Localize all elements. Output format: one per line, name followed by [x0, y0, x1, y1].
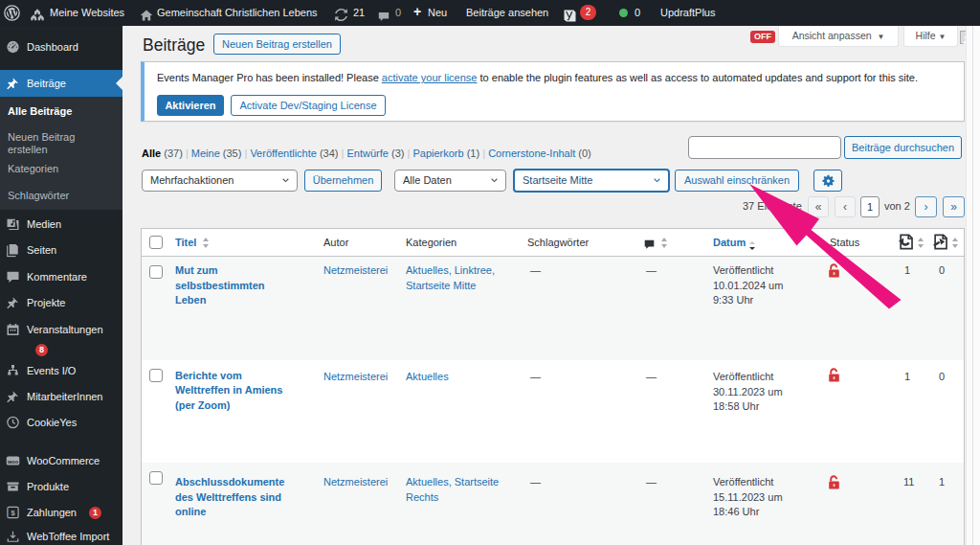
- svg-text:woo: woo: [7, 458, 19, 464]
- svg-text:$: $: [11, 509, 15, 517]
